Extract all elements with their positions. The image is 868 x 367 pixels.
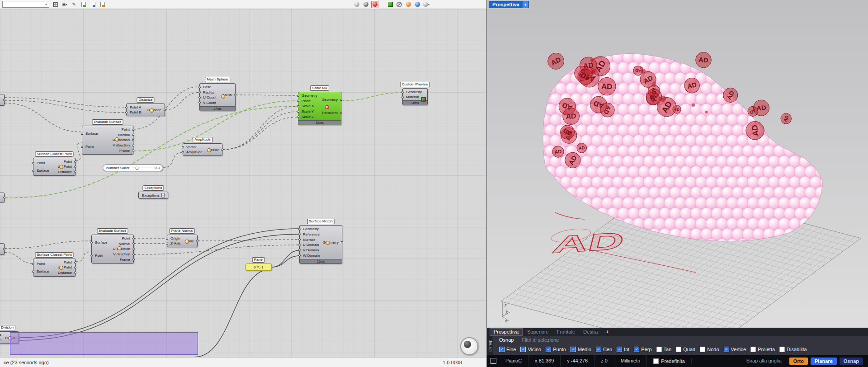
osnap-item-nodo[interactable]: Nodo xyxy=(700,347,719,352)
checkbox-perp[interactable]: ✓ xyxy=(634,347,639,352)
osnap-item-fine[interactable]: ✓Fine xyxy=(499,347,516,352)
osnap-toggle[interactable]: Osnap xyxy=(840,358,863,365)
default-layer-checkbox[interactable] xyxy=(653,358,659,364)
gh-node-stub-3[interactable] xyxy=(0,243,5,255)
gh-node-mesh-sphere[interactable]: Mesh SphereBaseRadiusU CountV CountMesh2… xyxy=(199,83,236,111)
osnap-item-perp[interactable]: ✓Perp xyxy=(634,347,651,352)
gh-port-dot xyxy=(3,99,5,101)
preview-dropdown-icon[interactable]: ▾ xyxy=(423,1,430,8)
grasshopper-toolbar: ▼ ◉▾ ✎ ▾ xyxy=(0,0,486,9)
gh-node-panel[interactable]: Panel0 To 1 xyxy=(245,263,272,271)
gh-input-port: Surface xyxy=(33,168,49,173)
application-window: ▼ ◉▾ ✎ ▾ Mesh SphereBaseRadiusU CountV C… xyxy=(0,0,868,367)
box-display-icon[interactable] xyxy=(387,1,394,8)
svg-text:y: y xyxy=(505,309,508,314)
gh-profile-time: 27ms xyxy=(200,106,235,111)
checkbox-medio[interactable]: ✓ xyxy=(571,347,576,352)
blue-sphere-icon[interactable] xyxy=(414,1,421,8)
tab-selection-filters[interactable]: Filtri di selezione xyxy=(522,337,559,343)
shaded-sphere-icon[interactable] xyxy=(362,1,369,8)
checkbox-disabilita[interactable] xyxy=(779,347,785,352)
checkbox-punto[interactable]: ✓ xyxy=(546,347,551,352)
ortho-toggle[interactable]: Orto xyxy=(789,358,808,365)
osnap-side-tab[interactable]: Osnap xyxy=(487,336,493,355)
osnap-item-vertice[interactable]: ✓Vertice xyxy=(724,347,746,352)
layer-color-swatch[interactable] xyxy=(491,358,496,364)
artistic-sphere-icon[interactable] xyxy=(405,1,412,8)
checkbox-cen[interactable]: ✓ xyxy=(596,347,601,352)
preview-eye-icon[interactable]: ◉▾ xyxy=(61,1,68,8)
units-indicator[interactable]: Millimetri xyxy=(614,355,647,367)
osnap-item-cen[interactable]: ✓Cen xyxy=(596,347,612,352)
osnap-item-vicino[interactable]: ✓Vicino xyxy=(520,347,541,352)
gh-node-label: Evaluate Surface xyxy=(92,119,123,125)
checkbox-vicino[interactable]: ✓ xyxy=(520,347,526,352)
gh-input-port: Material xyxy=(403,94,422,99)
viewport-title-button[interactable]: Prospettiva ▼ xyxy=(489,1,529,8)
number-slider[interactable]: Number Slider0.3 xyxy=(103,165,163,171)
gh-node-evaluate-surface-1[interactable]: Evaluate SurfaceSurfacePointPointNormalU… xyxy=(82,126,133,155)
gh-node-label: Distance xyxy=(137,97,154,103)
doc-icon-orange[interactable] xyxy=(99,1,106,8)
gh-node-amplitude[interactable]: AmplitudeVectorAmplitudeVector xyxy=(183,143,222,156)
material-swatch xyxy=(421,97,426,102)
gh-node-stub-2[interactable] xyxy=(0,193,5,202)
osnap-item-medio[interactable]: ✓Medio xyxy=(571,347,591,352)
checkbox-tan[interactable] xyxy=(656,347,662,352)
gh-node-exceptions[interactable]: ExceptionsExceptions▾ xyxy=(138,192,168,199)
view-tab-superiore[interactable]: Superiore xyxy=(524,329,552,335)
wireframe-sphere-icon[interactable] xyxy=(353,1,360,8)
gh-node-surface-closest-point-2[interactable]: Surface Closest PointPointSurfacePointUV… xyxy=(33,259,75,277)
rendered-sphere-icon[interactable] xyxy=(371,1,378,8)
gh-node-custom-preview[interactable]: Custom PreviewGeometryMaterial18ms xyxy=(402,88,428,105)
no-preview-icon[interactable] xyxy=(396,1,403,8)
planar-toggle[interactable]: Planare xyxy=(811,358,837,365)
gh-node-evaluate-surface-2[interactable]: Evaluate SurfaceSurfacePointPointNormalU… xyxy=(91,235,134,263)
grasshopper-canvas[interactable]: Mesh SphereBaseRadiusU CountV CountMesh2… xyxy=(0,9,486,357)
tab-osnap[interactable]: Osnap xyxy=(499,337,514,343)
slider-track[interactable] xyxy=(132,168,152,168)
osnap-item-proietta[interactable]: Proietta xyxy=(750,347,775,352)
checkbox-int[interactable]: ✓ xyxy=(617,347,622,352)
view-tab-destra[interactable]: Destra xyxy=(580,329,601,335)
gh-node-label: Custom Preview xyxy=(400,82,430,87)
view-tab-prospettiva[interactable]: Prospettiva xyxy=(490,328,523,336)
sketch-selector-dropdown[interactable]: ▼ xyxy=(2,1,49,8)
chevron-down-icon[interactable]: ▼ xyxy=(523,1,528,8)
gh-input-port: Plane xyxy=(298,99,317,104)
add-view-tab-button[interactable]: + xyxy=(603,329,613,335)
cplane-indicator[interactable]: PianoC xyxy=(499,355,528,367)
gh-node-distance[interactable]: DistancePoint APoint BDistance xyxy=(126,104,165,116)
osnap-item-int[interactable]: ✓Int xyxy=(617,347,629,352)
gh-node-scale-nu[interactable]: Scale NUGeometryPlaneScale XScale YScale… xyxy=(298,92,341,125)
osnap-item-disabilita[interactable]: Disabilita xyxy=(779,347,807,352)
checkbox-fine[interactable]: ✓ xyxy=(499,347,505,352)
osnap-label: Punto xyxy=(553,347,566,352)
checkbox-quad[interactable] xyxy=(676,347,681,352)
checkbox-vertice[interactable]: ✓ xyxy=(724,347,729,352)
osnap-label: Int xyxy=(624,347,629,352)
doc-icon-green[interactable] xyxy=(80,1,87,8)
sketch-pencil-icon[interactable]: ✎ xyxy=(71,1,78,8)
canvas-compass-widget[interactable] xyxy=(460,337,478,355)
osnap-item-quad[interactable]: Quad xyxy=(676,347,695,352)
slider-knob[interactable] xyxy=(136,166,139,169)
view-tab-frontale[interactable]: Frontale xyxy=(553,329,579,335)
gh-node-plane-normal[interactable]: Plane NormalOriginZ-AxisPlane xyxy=(167,235,198,247)
gh-input-port: Point B xyxy=(127,110,142,115)
gh-input-port: Radius xyxy=(200,90,216,95)
gh-input-port: Vector xyxy=(183,145,203,150)
gh-node-stub-1[interactable] xyxy=(0,94,5,106)
gh-node-surface-morph[interactable]: Surface MorphGeometryReferenceSurfaceU D… xyxy=(299,225,342,264)
selection-grid-icon[interactable] xyxy=(52,1,59,8)
gh-port-dot xyxy=(3,197,5,199)
rhino-viewport[interactable]: ADADADADADADADADADADADADADADADADADADADAD… xyxy=(487,0,868,328)
osnap-item-tan[interactable]: Tan xyxy=(656,347,672,352)
gh-port-dot xyxy=(3,248,5,250)
checkbox-proietta[interactable] xyxy=(750,347,756,352)
gh-node-surface-closest-point-1[interactable]: Surface Closest PointPointSurfacePointUV… xyxy=(33,158,75,176)
grid-snap-toggle[interactable]: Snap alla griglia xyxy=(740,355,788,367)
osnap-item-punto[interactable]: ✓Punto xyxy=(546,347,566,352)
checkbox-nodo[interactable] xyxy=(700,347,705,352)
doc-icon-blue[interactable] xyxy=(90,1,97,8)
